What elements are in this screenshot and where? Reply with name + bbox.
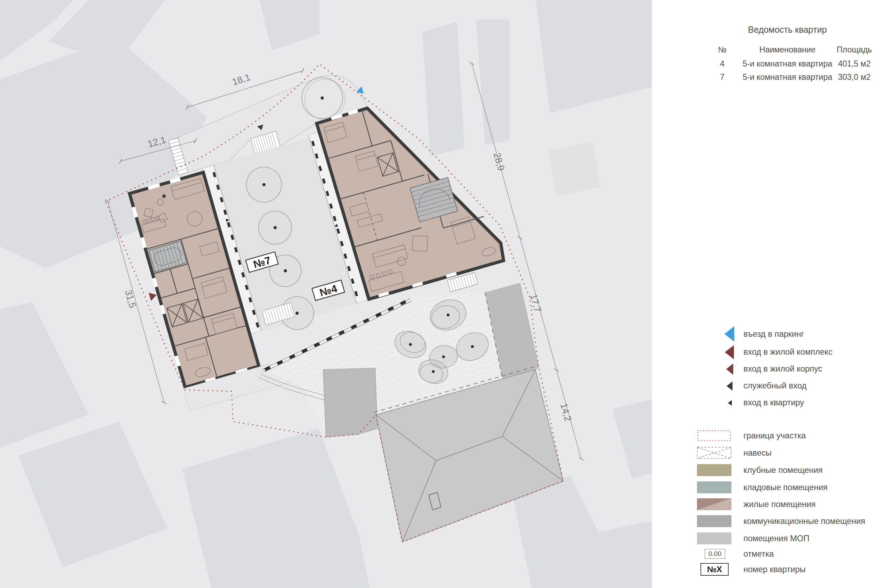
table-header-name: Наименование [736, 45, 838, 54]
table-cell: 4 [712, 59, 733, 69]
table-cell: 7 [712, 72, 733, 82]
club-rooms-swatch [697, 464, 731, 476]
table-cell: 5-и комнатная квартира [736, 72, 838, 82]
legend-mark-label: номер квартиры [743, 563, 806, 575]
elevation-mark-box: 0.00 [705, 549, 725, 559]
legend-area-label: коммуникационные помещения [743, 515, 865, 527]
apartment-entry-arrow-icon [728, 400, 732, 406]
site-plan-sheet: №7 №4 [0, 0, 880, 588]
legend-area-label: граница участка [743, 430, 806, 442]
legend-area-label: кладовые помещения [743, 482, 827, 494]
table-cell: 5-и комнатная квартира [736, 59, 838, 69]
service-walk [323, 368, 377, 437]
legend-entrance-label: вход в жилой комплекс [743, 346, 832, 358]
apartment-table-title: Ведомость квартир [734, 25, 840, 35]
storage-rooms-swatch [697, 482, 731, 494]
apartment-number-box: №X [700, 563, 728, 576]
legend-area-label: клубные помещения [743, 464, 823, 476]
residential-rooms-swatch [697, 498, 731, 510]
legend-entrance-label: служебный вход [743, 380, 806, 392]
legend-entrance-label: въезд в паркинг [743, 328, 804, 340]
legend-area-label: жилые помещения [743, 498, 815, 510]
table-cell: 401,5 м2 [835, 59, 874, 69]
table-header-area: Площадь [835, 45, 874, 54]
canopies-swatch [697, 447, 731, 459]
legend-area-label: помещения МОП [743, 532, 809, 544]
legend-entrance-label: вход в жилой корпус [743, 363, 822, 375]
plan-drawing: №7 №4 [0, 0, 655, 588]
common-rooms-swatch [697, 532, 731, 544]
service-entry-arrow-icon [726, 381, 733, 391]
site-boundary-swatch [697, 430, 731, 442]
plan-svg: №7 №4 [0, 0, 655, 588]
legend-entrance-label: вход в квартиру [743, 397, 804, 408]
table-cell: 303,0 м2 [835, 72, 874, 82]
communication-rooms-swatch [697, 515, 731, 527]
complex-entry-arrow-icon [724, 345, 734, 360]
legend-area-label: навесы [743, 447, 772, 459]
legend-mark-label: отметка [743, 548, 774, 560]
building-entry-arrow-icon [725, 363, 734, 375]
parking-entry-arrow-icon [724, 326, 735, 342]
table-header-num: № [712, 45, 733, 54]
legend-panel: Ведомость квартир № Наименование Площадь… [652, 0, 880, 588]
